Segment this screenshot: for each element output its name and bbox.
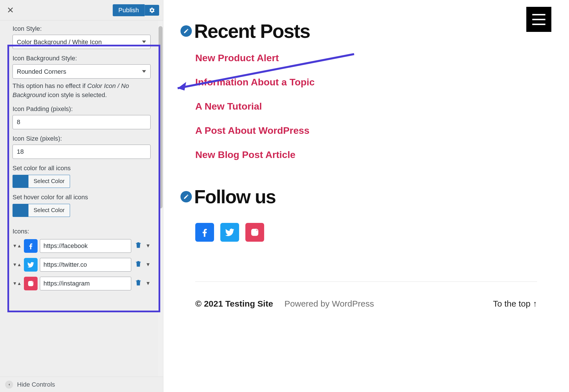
header-actions: Publish bbox=[113, 4, 159, 16]
post-item: A Post About WordPress bbox=[195, 125, 552, 136]
close-icon[interactable]: ✕ bbox=[4, 4, 17, 16]
customizer-sidebar: ✕ Publish Icon Style: Color Background /… bbox=[0, 0, 163, 392]
hide-controls-button[interactable]: Hide Controls bbox=[17, 381, 55, 388]
pencil-icon bbox=[183, 194, 189, 200]
post-item: Information About a Topic bbox=[195, 77, 552, 88]
icon-size-label: Icon Size (pixels): bbox=[13, 135, 151, 142]
instagram-icon[interactable] bbox=[24, 277, 38, 290]
recent-posts-heading: Recent Posts bbox=[194, 20, 310, 42]
icon-size-input[interactable] bbox=[13, 145, 151, 159]
icons-list-label: Icons: bbox=[13, 228, 151, 235]
icon-row-twitter: ▼▲ ▼ bbox=[13, 258, 151, 272]
sidebar-footer: Hide Controls bbox=[0, 377, 163, 392]
icon-padding-label: Icon Padding (pixels): bbox=[13, 105, 151, 113]
sort-up-icon[interactable]: ▲ bbox=[17, 262, 22, 267]
hamburger-line bbox=[532, 24, 545, 25]
post-item: New Blog Post Article bbox=[195, 149, 552, 160]
icon-row-facebook: ▼▲ ▼ bbox=[13, 239, 151, 253]
site-preview: Recent Posts New Product Alert Informati… bbox=[163, 0, 569, 392]
settings-gear-button[interactable] bbox=[145, 5, 159, 16]
icon-bg-select-wrap: Rounded Corners bbox=[13, 64, 151, 79]
set-color-field: Set color for all icons Select Color bbox=[13, 165, 151, 188]
footer-powered-by[interactable]: Powered by WordPress bbox=[284, 299, 374, 309]
recent-posts-list: New Product Alert Information About a To… bbox=[194, 52, 552, 160]
sidebar-scrollbar[interactable] bbox=[158, 20, 163, 377]
post-link[interactable]: Information About a Topic bbox=[195, 77, 315, 87]
set-hover-color-field: Set hover color for all icons Select Col… bbox=[13, 194, 151, 217]
icon-settings-panel: Icon Style: Color Background / White Ico… bbox=[0, 20, 163, 226]
menu-hamburger-button[interactable] bbox=[526, 7, 551, 32]
delete-twitter-button[interactable] bbox=[133, 259, 143, 270]
sort-handles[interactable]: ▼▲ bbox=[13, 244, 22, 248]
delete-instagram-button[interactable] bbox=[133, 278, 143, 289]
icons-list-panel: Icons: ▼▲ ▼ ▼▲ bbox=[0, 226, 163, 301]
preview-instagram-icon[interactable] bbox=[245, 223, 264, 242]
preview-footer: © 2021 Testing Site Powered by WordPress… bbox=[180, 299, 552, 309]
post-link[interactable]: A New Tutorial bbox=[195, 101, 262, 112]
pencil-icon bbox=[183, 28, 189, 34]
publish-button[interactable]: Publish bbox=[113, 4, 145, 16]
icon-row-instagram: ▼▲ ▼ bbox=[13, 277, 151, 290]
post-item: New Product Alert bbox=[195, 52, 552, 63]
follow-heading-wrap: Follow us bbox=[180, 186, 552, 208]
follow-us-heading: Follow us bbox=[194, 186, 276, 208]
post-link[interactable]: New Product Alert bbox=[195, 52, 279, 63]
collapse-icon[interactable] bbox=[5, 381, 13, 389]
hamburger-line bbox=[532, 19, 545, 20]
set-color-label: Set color for all icons bbox=[13, 165, 151, 172]
facebook-url-input[interactable] bbox=[40, 239, 131, 253]
post-link[interactable]: A Post About WordPress bbox=[195, 125, 309, 136]
sort-down-icon[interactable]: ▼ bbox=[13, 244, 17, 248]
delete-facebook-button[interactable] bbox=[133, 240, 143, 252]
expand-twitter-button[interactable]: ▼ bbox=[145, 262, 151, 268]
preview-twitter-icon[interactable] bbox=[220, 223, 239, 242]
footer-copyright: © 2021 Testing Site bbox=[195, 299, 273, 309]
hover-color-swatch[interactable] bbox=[13, 204, 28, 217]
icon-style-label: Icon Style: bbox=[13, 25, 151, 32]
set-hover-color-label: Set hover color for all icons bbox=[13, 194, 151, 201]
icon-bg-style-select[interactable]: Rounded Corners bbox=[13, 64, 151, 79]
post-link[interactable]: New Blog Post Article bbox=[195, 149, 295, 160]
color-picker-row: Select Color bbox=[13, 175, 151, 188]
twitter-url-input[interactable] bbox=[40, 258, 131, 272]
edit-recent-posts-button[interactable] bbox=[180, 25, 192, 37]
to-the-top-link[interactable]: To the top ↑ bbox=[493, 299, 537, 309]
sort-handles[interactable]: ▼▲ bbox=[13, 281, 22, 286]
expand-instagram-button[interactable]: ▼ bbox=[145, 280, 151, 286]
sort-down-icon[interactable]: ▼ bbox=[13, 281, 17, 286]
icon-padding-input[interactable] bbox=[13, 115, 151, 129]
select-hover-color-button[interactable]: Select Color bbox=[28, 204, 70, 217]
trash-icon bbox=[135, 260, 142, 268]
post-item: A New Tutorial bbox=[195, 101, 552, 112]
select-color-button[interactable]: Select Color bbox=[28, 175, 70, 188]
facebook-icon[interactable] bbox=[24, 239, 38, 253]
instagram-url-input[interactable] bbox=[40, 277, 131, 290]
twitter-icon[interactable] bbox=[24, 258, 38, 272]
preview-facebook-icon[interactable] bbox=[195, 223, 214, 242]
gear-icon bbox=[149, 7, 155, 13]
follow-us-section: Follow us bbox=[180, 186, 552, 242]
sidebar-body: Icon Style: Color Background / White Ico… bbox=[0, 20, 163, 377]
scrollbar-thumb[interactable] bbox=[159, 26, 163, 208]
icon-style-select[interactable]: Color Background / White Icon bbox=[13, 35, 151, 49]
trash-icon bbox=[135, 241, 142, 249]
icon-style-field: Icon Style: Color Background / White Ico… bbox=[13, 25, 151, 49]
hover-color-picker-row: Select Color bbox=[13, 204, 151, 217]
sort-up-icon[interactable]: ▲ bbox=[17, 244, 22, 248]
icon-padding-field: Icon Padding (pixels): bbox=[13, 105, 151, 129]
sort-down-icon[interactable]: ▼ bbox=[13, 262, 17, 267]
sort-up-icon[interactable]: ▲ bbox=[17, 281, 22, 286]
trash-icon bbox=[135, 279, 142, 286]
edit-follow-button[interactable] bbox=[180, 191, 192, 202]
expand-facebook-button[interactable]: ▼ bbox=[145, 243, 151, 249]
hamburger-line bbox=[532, 14, 545, 15]
social-icons-row bbox=[195, 223, 552, 242]
icon-bg-help-text: This option has no effect if Color Icon … bbox=[13, 81, 151, 100]
color-swatch[interactable] bbox=[13, 175, 28, 188]
sort-handles[interactable]: ▼▲ bbox=[13, 262, 22, 267]
footer-divider bbox=[195, 282, 537, 282]
icon-bg-style-label: Icon Background Style: bbox=[13, 55, 151, 62]
sidebar-header: ✕ Publish bbox=[0, 0, 163, 20]
icon-bg-style-field: Icon Background Style: Rounded Corners T… bbox=[13, 55, 151, 100]
icon-size-field: Icon Size (pixels): bbox=[13, 135, 151, 159]
